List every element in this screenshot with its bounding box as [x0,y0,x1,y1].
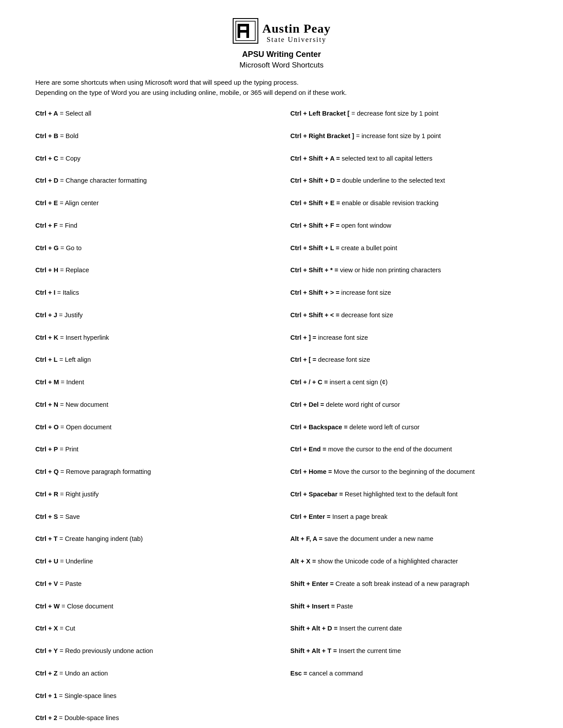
list-item: Ctrl + X = Cut [35,623,273,634]
list-item: Ctrl + V = Paste [35,578,273,589]
list-item: Ctrl + Z = Undo an action [35,668,273,679]
list-item: Esc = cancel a command [291,668,528,679]
list-item: Ctrl + Del = delete word right of cursor [291,399,528,410]
list-item: Ctrl + H = Replace [35,265,273,276]
logo-container: Austin Peay State University [35,18,528,48]
list-item: Ctrl + T = Create hanging indent (tab) [35,533,273,544]
list-item: Ctrl + Right Bracket ] = increase font s… [291,131,528,142]
shortcuts-right-col: Ctrl + Left Bracket [ = decrease font si… [291,108,528,728]
list-item: Ctrl + Y = Redo previously undone action [35,645,273,657]
list-item: Ctrl + Home = Move the cursor to the beg… [291,466,528,477]
list-item: Ctrl + L = Left align [35,354,273,365]
page-header: Austin Peay State University APSU Writin… [35,18,528,70]
list-item: Ctrl + A = Select all [35,108,273,119]
list-item: Ctrl + R = Right justify [35,489,273,500]
list-item: Ctrl + S = Save [35,511,273,522]
list-item: Ctrl + O = Open document [35,422,273,433]
list-item: Ctrl + J = Justify [35,310,273,321]
list-item: Ctrl + Shift + E = enable or disable rev… [291,198,528,209]
list-item: Ctrl + Backspace = delete word left of c… [291,422,528,433]
list-item: Ctrl + Left Bracket [ = decrease font si… [291,108,528,119]
list-item: Ctrl + N = New document [35,399,273,410]
shortcuts-left-col: Ctrl + A = Select all Ctrl + B = Bold Ct… [35,108,273,728]
list-item: Ctrl + Shift + L = create a bullet point [291,243,528,254]
list-item: Ctrl + 1 = Single-space lines [35,690,273,702]
logo-main-text: Austin Peay [262,22,331,36]
list-item: Ctrl + C = Copy [35,153,273,164]
list-item: Shift + Alt + D = Insert the current dat… [291,623,528,634]
list-item: Ctrl + End = move the cursor to the end … [291,444,528,455]
svg-rect-4 [238,24,249,26]
list-item: Ctrl + [ = decrease font size [291,354,528,365]
list-item: Shift + Enter = Create a soft break inst… [291,578,528,589]
shortcuts-grid: Ctrl + A = Select all Ctrl + B = Bold Ct… [35,108,528,728]
list-item: Ctrl + Shift + < = decrease font size [291,310,528,321]
list-item: Ctrl + Shift + * = view or hide non prin… [291,265,528,276]
logo-text: Austin Peay State University [262,22,331,43]
list-item: Ctrl + Q = Remove paragraph formatting [35,466,273,477]
list-item: Ctrl + 2 = Double-space lines [35,713,273,724]
list-item: Ctrl + Shift + D = double underline to t… [291,175,528,186]
logo-sub-text: State University [262,36,331,44]
list-item: Ctrl + Shift + > = increase font size [291,287,528,298]
intro-text: Here are some shortcuts when using Micro… [35,78,528,98]
list-item: Ctrl + B = Bold [35,131,273,142]
list-item: Ctrl + G = Go to [35,243,273,254]
logo-svg [232,18,259,44]
list-item: Ctrl + W = Close document [35,601,273,612]
list-item: Ctrl + ] = increase font size [291,332,528,343]
list-item: Alt + X = show the Unicode code of a hig… [291,556,528,567]
list-item: Ctrl + Shift + F = open font window [291,220,528,231]
center-title: APSU Writing Center [35,50,528,59]
page-subtitle: Microsoft Word Shortcuts [35,61,528,70]
list-item: Ctrl + U = Underline [35,556,273,567]
list-item: Ctrl + Spacebar = Reset highlighted text… [291,489,528,500]
list-item: Shift + Alt + T = Insert the current tim… [291,645,528,657]
list-item: Ctrl + D = Change character formatting [35,175,273,186]
list-item: Ctrl + E = Align center [35,198,273,209]
list-item: Ctrl + M = Indent [35,377,273,388]
list-item: Ctrl + F = Find [35,220,273,231]
list-item: Ctrl + Shift + A = selected text to all … [291,153,528,164]
list-item: Alt + F, A = save the document under a n… [291,533,528,544]
svg-rect-5 [238,30,249,33]
list-item: Ctrl + I = Italics [35,287,273,298]
intro-line1: Here are some shortcuts when using Micro… [35,79,299,86]
list-item: Ctrl + P = Print [35,444,273,455]
intro-line2: Depending on the type of Word you are us… [35,89,347,96]
logo-icon [232,18,259,48]
list-item: Ctrl + / + C = insert a cent sign (¢) [291,377,528,388]
list-item: Ctrl + Enter = Insert a page break [291,511,528,522]
list-item: Ctrl + K = Insert hyperlink [35,332,273,343]
list-item: Shift + Insert = Paste [291,601,528,612]
